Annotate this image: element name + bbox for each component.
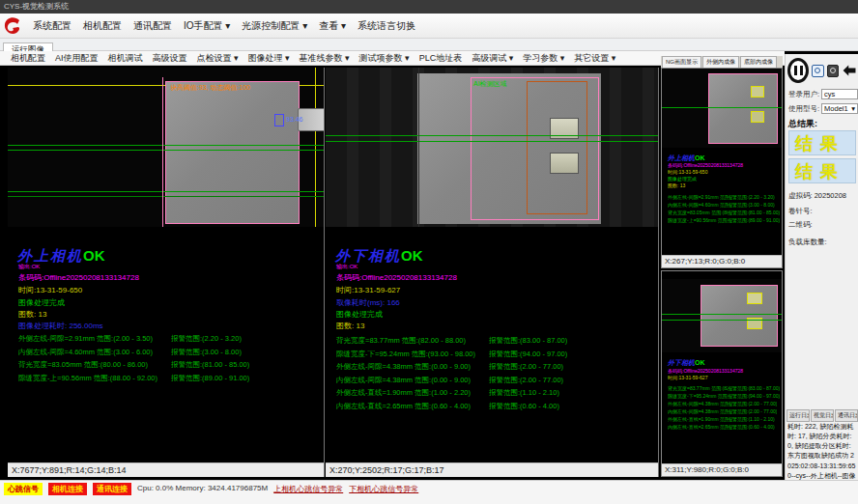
thumb-tab[interactable]: NG画面显示 <box>662 56 701 68</box>
main-window: CYS-视觉检测系统 系统配置相机配置通讯配置IO手配置 ▾光源控制配置 ▾查看… <box>0 0 858 504</box>
measurement-row: 外侧左线-间隙=4.38mm 范围:(0.00 - 9.00) 报警范围:(2.… <box>336 362 655 376</box>
back-arrow-button[interactable] <box>842 63 857 78</box>
measurement-row: 隙缝宽度-下=95.24mm 范围:(93.00 - 98.00) 报警范围:(… <box>336 350 655 363</box>
yellow-mark <box>751 111 764 123</box>
model-value: Model1 <box>824 104 848 113</box>
measurement-row: 背光宽度=83.05mm 范围:(80.00 - 86.00) 报警范围:(81… <box>668 210 782 217</box>
menu-item[interactable]: 系统配置 <box>27 16 77 36</box>
yellow-mark <box>747 293 762 304</box>
result-display-1: 结果 <box>788 130 856 155</box>
blue-roi-box <box>274 114 284 126</box>
cursor-status-thumb-top: X:267;Y:13;R:0;G:0;B:0 <box>662 255 782 267</box>
toolbar-items: 相机配置AI使用配置相机调试高级设置点检设置 ▾图像处理 ▾基准线参数 ▾测试项… <box>6 51 620 66</box>
measurement-text: 外侧左线-间隙=2.91mm 范围:(2.00 - 3.50) <box>18 334 171 348</box>
measurement-row: 外侧左线-直线=1.90mm 范围:(1.00 - 2.20) 报警范围:(1.… <box>668 416 782 424</box>
measurement-alarm: 报警范围:(2.00 - 77.00) <box>489 362 563 376</box>
camera-image-upper[interactable]: 93.46 块高阈值:93, 动态阈值:100 <box>8 68 324 227</box>
measurement-alarm: 报警范围:(1.10 - 2.10) <box>728 416 775 424</box>
measurement-list: 背光宽度=83.77mm 范围:(82.00 - 88.00) 报警范围:(83… <box>336 336 655 414</box>
menu-item[interactable]: 通讯配置 <box>128 16 178 36</box>
measurement-alarm: 报警范围:(0.60 - 4.00) <box>728 424 775 432</box>
thumbnail-view-lower[interactable]: 外下相机OK 条码码:Offline20250208133134728 时间:1… <box>661 270 783 477</box>
result-ok-text: OK <box>695 359 705 366</box>
chevron-down-icon: ▾ <box>851 104 855 113</box>
cursor-status-thumb-bottom: X:311;Y:980;R:0;G:0;B:0 <box>662 463 782 476</box>
measurement-text: 背光宽度=83.77mm 范围:(82.00 - 88.00) <box>668 385 728 393</box>
menu-item[interactable]: 查看 ▾ <box>313 16 352 36</box>
thumbnail-view-upper[interactable]: 外上相机OK 条码码:Offline20250208133134728 时间:1… <box>661 68 783 268</box>
toolbar-item[interactable]: 点检设置 ▾ <box>192 51 243 66</box>
heartbeat-status-badge: 心跳信号 <box>4 483 43 495</box>
measurement-alarm: 报警范围:(3.00 - 8.00) <box>728 202 775 210</box>
toolbar-item[interactable]: 相机调试 <box>103 51 148 66</box>
model-label: 使用型号: <box>788 104 819 114</box>
camera-lens-icon <box>815 68 820 73</box>
time-line: 时间:13-31-59-627 <box>336 285 400 295</box>
total-result-label: 总结果: <box>788 118 817 130</box>
measurement-text: 背光宽度=83.05mm 范围:(80.00 - 86.00) <box>668 210 728 217</box>
model-row: 使用型号: Model1 ▾ <box>788 103 858 114</box>
model-select[interactable]: Model1 ▾ <box>821 103 858 114</box>
toolbar-item[interactable]: 相机配置 <box>6 51 50 66</box>
camera-name: 外上相机 <box>17 247 83 264</box>
menu-item[interactable]: IO手配置 ▾ <box>178 16 236 36</box>
camera-dark-button[interactable] <box>827 65 839 77</box>
menu-item[interactable]: 光源控制配置 ▾ <box>236 16 313 36</box>
camera-blue-button[interactable] <box>812 65 823 77</box>
thumb-tab-bar: NG画面显示外侧内成像底部内成像 <box>661 56 783 68</box>
measurement-alarm: 报警范围:(81.00 - 85.00) <box>728 210 780 217</box>
measurement-alarm: 报警范围:(2.00 - 77.00) <box>728 401 777 408</box>
measurement-text: 外侧左线-间隙=2.91mm 范围:(2.00 - 3.50) <box>668 194 728 202</box>
toolbar-item[interactable]: 其它设置 ▾ <box>569 51 620 66</box>
measurement-alarm: 报警范围:(83.00 - 87.00) <box>728 385 780 393</box>
toolbar-item[interactable]: 基准线参数 ▾ <box>295 51 355 66</box>
toolbar-item[interactable]: 测试项参数 ▾ <box>355 51 415 66</box>
measurement-text: 内侧左线-间隙=4.38mm 范围:(0.00 - 9.00) <box>336 376 489 389</box>
thumb-tab[interactable]: 底部内成像 <box>740 56 777 68</box>
measurement-text: 内侧左线-间隙=4.60mm 范围:(3.00 - 6.00) <box>18 348 171 361</box>
log-tab[interactable]: 运行日志 <box>786 409 810 422</box>
log-tab[interactable]: 视觉日志 <box>811 409 834 422</box>
toolbar-item[interactable]: AI使用配置 <box>50 51 103 66</box>
measurement-alarm: 报警范围:(81.00 - 85.00) <box>171 360 249 374</box>
measurement-row: 外侧左线-间隙=4.38mm 范围:(0.00 - 9.00) 报警范围:(2.… <box>668 401 782 408</box>
measurement-row: 内侧左线-间隙=4.38mm 范围:(0.00 - 9.00) 报警范围:(2.… <box>336 376 655 389</box>
toolbar-item[interactable]: 高级设置 <box>148 51 192 66</box>
toolbar-item[interactable]: PLC地址表 <box>415 51 468 66</box>
thumb-tab[interactable]: 外侧内成像 <box>702 56 739 68</box>
process-done-line: 图像处理完成 <box>18 297 65 308</box>
toolbar-item[interactable]: 学习参数 ▾ <box>518 51 569 66</box>
login-row: 登录用户: cys <box>788 89 858 99</box>
green-measure-line <box>8 145 324 146</box>
measurement-row: 隙缝宽度-上=90.56mm 范围:(88.00 - 92.00) 报警范围:(… <box>668 217 782 225</box>
mini-time: 时间:13-31-59-650 <box>668 169 784 175</box>
camera-connect-badge: 相机连接 <box>48 483 87 495</box>
lower-camera-warning: 下相机心跳信号异常 <box>349 483 418 494</box>
menu-item[interactable]: 相机配置 <box>77 16 128 36</box>
menu-item[interactable]: 系统语言切换 <box>352 16 421 36</box>
pink-edge-line <box>162 77 163 227</box>
thumb-image <box>662 69 782 148</box>
camera-image-lower[interactable]: AI检测区域 <box>326 68 658 227</box>
frame-count-line: 图数: 13 <box>18 309 46 320</box>
pause-button[interactable] <box>787 58 809 83</box>
camera-lens-icon <box>830 68 836 73</box>
green-measure-line <box>8 150 324 151</box>
toolbar-item[interactable]: 图像处理 ▾ <box>243 51 295 66</box>
yellow-vertical-line <box>315 68 316 227</box>
measurement-alarm: 报警范围:(1.10 - 2.10) <box>489 388 559 402</box>
green-measure-line <box>662 314 782 315</box>
toolbar-item[interactable]: 高级调试 ▾ <box>467 51 518 66</box>
result-ok-text: OK <box>695 154 705 161</box>
glint-object <box>550 153 579 174</box>
measurement-list: 外侧左线-间隙=2.91mm 范围:(2.00 - 3.50) 报警范围:(2.… <box>18 334 320 386</box>
measurement-text: 外侧左线-间隙=4.38mm 范围:(0.00 - 9.00) <box>668 401 728 408</box>
log-tab[interactable]: 通讯日志 <box>835 409 858 422</box>
measurement-row: 内侧左线-直线=2.65mm 范围:(0.60 - 4.00) 报警范围:(0.… <box>668 424 782 432</box>
measurement-alarm: 报警范围:(94.00 - 97.00) <box>489 350 567 363</box>
login-user-field[interactable]: cys <box>821 89 858 99</box>
green-measure-line <box>8 191 324 192</box>
measurement-row: 背光宽度=83.77mm 范围:(82.00 - 88.00) 报警范围:(83… <box>668 385 782 393</box>
measurement-text: 背光宽度=83.05mm 范围:(80.00 - 86.00) <box>18 360 171 374</box>
time-line: 时间:13-31-59-650 <box>18 285 82 295</box>
